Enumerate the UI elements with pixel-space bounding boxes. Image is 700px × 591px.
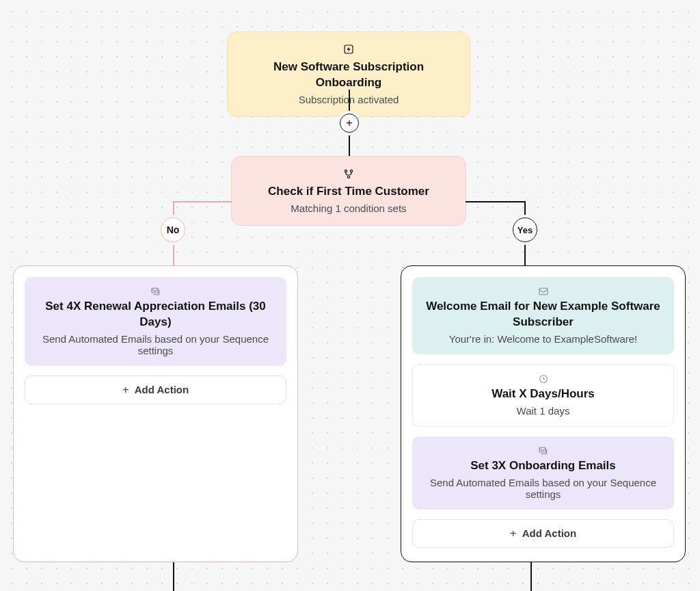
svg-point-2	[350, 170, 352, 172]
action-title: Set 3X Onboarding Emails	[425, 458, 662, 474]
svg-point-3	[347, 176, 349, 178]
action-card-sequence[interactable]: Set 4X Renewal Appreciation Emails (30 D…	[25, 277, 286, 366]
svg-rect-7	[539, 447, 546, 452]
connector	[349, 90, 350, 114]
clock-icon	[537, 373, 550, 385]
add-action-label: Add Action	[135, 384, 189, 395]
condition-subtitle: Matching 1 condition sets	[247, 202, 450, 214]
bolt-icon	[341, 42, 356, 57]
connector	[349, 133, 350, 156]
action-title: Welcome Email for New Example Software S…	[425, 299, 662, 330]
plus-icon: +	[510, 527, 517, 540]
action-card-wait[interactable]: Wait X Days/Hours Wait 1 days	[412, 364, 674, 427]
action-title: Wait X Days/Hours	[425, 386, 661, 402]
email-icon	[537, 285, 550, 298]
sequence-icon	[150, 285, 162, 298]
action-card-sequence[interactable]: Set 3X Onboarding Emails Send Automated …	[412, 436, 674, 510]
no-branch-container[interactable]: Set 4X Renewal Appreciation Emails (30 D…	[13, 265, 298, 562]
action-card-email[interactable]: Welcome Email for New Example Software S…	[412, 277, 674, 354]
branch-yes-label: Yes	[513, 218, 537, 242]
add-action-label: Add Action	[522, 527, 576, 539]
connector	[466, 201, 525, 202]
condition-node[interactable]: Check if First Time Customer Matching 1 …	[231, 156, 466, 226]
plus-icon: +	[346, 116, 353, 130]
condition-title: Check if First Time Customer	[247, 184, 450, 200]
connector	[173, 562, 174, 591]
svg-point-1	[345, 170, 347, 172]
add-action-button[interactable]: + Add Action	[412, 519, 674, 548]
action-title: Set 4X Renewal Appreciation Emails (30 D…	[37, 299, 274, 330]
sequence-icon	[537, 445, 550, 457]
branch-no-label: No	[161, 218, 185, 242]
connector	[173, 201, 232, 202]
svg-rect-4	[152, 288, 158, 293]
svg-rect-5	[539, 288, 548, 294]
connector	[530, 562, 532, 591]
branch-icon	[341, 166, 356, 181]
action-subtitle: Wait 1 days	[425, 405, 661, 417]
action-subtitle: Send Automated Emails based on your Sequ…	[37, 333, 274, 356]
add-action-button[interactable]: + Add Action	[25, 376, 286, 404]
yes-branch-container[interactable]: Welcome Email for New Example Software S…	[401, 265, 686, 562]
plus-icon: +	[122, 383, 129, 397]
action-subtitle: Send Automated Emails based on your Sequ…	[425, 477, 662, 500]
action-subtitle: Your're in: Welcome to ExampleSoftware!	[425, 333, 662, 345]
add-step-button[interactable]: +	[340, 114, 359, 133]
trigger-title: New Software Subscription Onboarding	[243, 60, 455, 91]
